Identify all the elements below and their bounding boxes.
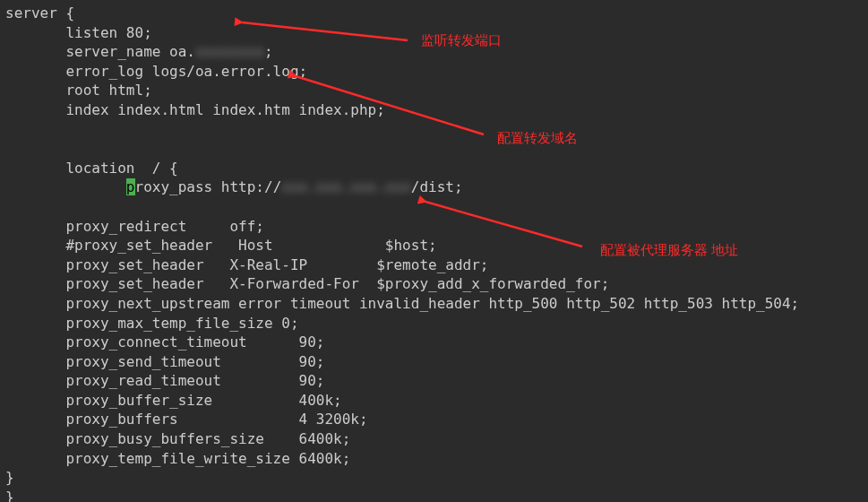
annotation-listen-port: 监听转发端口: [421, 32, 502, 49]
code-line: proxy_pass http://xxx.xxx.xxx.xxx/dist;: [5, 178, 463, 195]
code-line: proxy_send_timeout 90;: [5, 353, 324, 370]
code-line: proxy_read_timeout 90;: [5, 372, 324, 389]
code-line: proxy_buffers 4 3200k;: [5, 411, 368, 428]
code-line: #proxy_set_header Host $host;: [5, 237, 437, 254]
code-line: proxy_busy_buffers_size 6400k;: [5, 430, 350, 447]
code-line: proxy_redirect off;: [5, 218, 264, 235]
code-line: root html;: [5, 82, 152, 99]
code-line: location / {: [5, 160, 178, 177]
code-line: proxy_next_upstream error timeout invali…: [5, 295, 799, 312]
redacted-domain: xxxxxxxx: [195, 43, 264, 60]
code-line: server_name oa.xxxxxxxx;: [5, 43, 273, 60]
code-line: proxy_buffer_size 400k;: [5, 392, 342, 409]
code-line: error_log logs/oa.error.log;: [5, 63, 307, 80]
annotation-proxy-pass: 配置被代理服务器 地址: [600, 242, 738, 259]
code-line: proxy_connect_timeout 90;: [5, 333, 324, 351]
text-cursor: p: [126, 178, 135, 195]
code-line: }: [5, 469, 14, 486]
code-line: server {: [5, 4, 74, 22]
annotation-server-name: 配置转发域名: [497, 130, 578, 147]
code-line: index index.html index.htm index.php;: [5, 101, 385, 118]
code-line: proxy_max_temp_file_size 0;: [5, 315, 299, 332]
redacted-ip: xxx.xxx.xxx.xxx: [281, 178, 411, 195]
code-line: listen 80;: [5, 24, 152, 41]
code-line: proxy_temp_file_write_size 6400k;: [5, 450, 350, 467]
code-line: }: [5, 489, 14, 502]
code-line: proxy_set_header X-Real-IP $remote_addr;: [5, 256, 488, 273]
code-line: proxy_set_header X-Forwarded-For $proxy_…: [5, 275, 609, 292]
